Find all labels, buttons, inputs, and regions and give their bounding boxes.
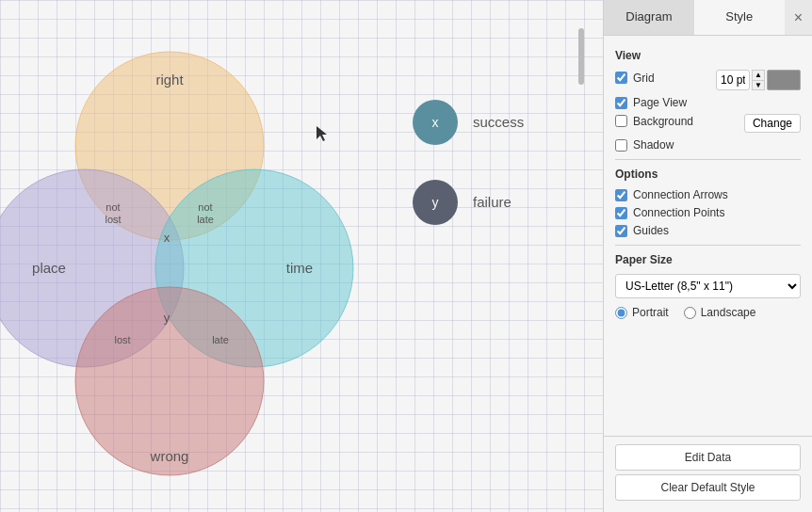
guides-label: Guides — [633, 224, 669, 237]
portrait-option[interactable]: Portrait — [615, 306, 669, 319]
grid-row: Grid ▲ ▼ — [615, 70, 801, 90]
tab-diagram[interactable]: Diagram — [604, 0, 694, 35]
label-right: right — [155, 72, 184, 88]
legend-y-label: failure — [473, 194, 512, 210]
grid-input-wrap: ▲ ▼ — [716, 70, 801, 90]
connection-points-checkbox[interactable] — [615, 207, 627, 219]
panel-scroll-area: View Grid ▲ ▼ Page Vi — [604, 36, 812, 436]
guides-row: Guides — [615, 224, 801, 237]
stepper-up[interactable]: ▲ — [752, 70, 765, 80]
label-not-late: not — [198, 201, 212, 213]
legend-x-symbol: x — [432, 115, 439, 130]
background-label: Background — [633, 115, 693, 128]
view-section-title: View — [615, 49, 801, 62]
landscape-label: Landscape — [701, 306, 756, 319]
divider-2 — [615, 245, 801, 246]
edit-data-button[interactable]: Edit Data — [615, 444, 801, 471]
shadow-label: Shadow — [633, 138, 674, 152]
grid-stepper: ▲ ▼ — [752, 70, 765, 90]
grid-value-input[interactable] — [716, 70, 750, 90]
grid-checkbox-wrap: Grid — [615, 72, 710, 85]
right-panel: Diagram Style × View Grid ▲ ▼ — [603, 0, 812, 512]
shadow-checkbox[interactable] — [615, 139, 627, 152]
legend-x-label: success — [473, 114, 524, 130]
shadow-row: Shadow — [615, 138, 801, 152]
label-x: x — [164, 231, 171, 245]
paper-size-select[interactable]: US-Letter (8,5" x 11") A4 (210 x 297 mm)… — [615, 274, 801, 298]
close-button[interactable]: × — [785, 0, 812, 35]
grid-label: Grid — [633, 72, 655, 85]
label-wrong: wrong — [150, 448, 189, 464]
background-checkbox-wrap: Background — [615, 115, 739, 128]
grid-color-box[interactable] — [767, 70, 801, 90]
paper-size-section-title: Paper Size — [615, 253, 801, 266]
connection-arrows-label: Connection Arrows — [633, 188, 728, 201]
grid-checkbox[interactable] — [615, 72, 627, 84]
label-late: late — [212, 334, 229, 345]
connection-points-row: Connection Points — [615, 206, 801, 219]
portrait-label: Portrait — [632, 306, 669, 319]
page-view-checkbox[interactable] — [615, 97, 627, 109]
landscape-radio[interactable] — [684, 307, 696, 319]
connection-points-label: Connection Points — [633, 206, 724, 219]
canvas-area[interactable]: right place time wrong not lost not late… — [0, 0, 603, 512]
bottom-buttons: Edit Data Clear Default Style — [604, 436, 812, 512]
clear-default-style-button[interactable]: Clear Default Style — [615, 474, 801, 501]
guides-checkbox[interactable] — [615, 225, 627, 237]
label-y: y — [164, 311, 171, 325]
label-not-lost: not — [106, 201, 120, 213]
tab-bar: Diagram Style × — [604, 0, 812, 36]
connection-arrows-checkbox[interactable] — [615, 189, 627, 201]
divider-1 — [615, 159, 801, 160]
background-change-button[interactable]: Change — [744, 114, 801, 133]
portrait-radio[interactable] — [615, 307, 627, 319]
svg-text:late: late — [197, 214, 214, 225]
stepper-down[interactable]: ▼ — [752, 80, 765, 90]
orientation-row: Portrait Landscape — [615, 306, 801, 319]
legend-y-symbol: y — [432, 195, 439, 210]
tab-style[interactable]: Style — [694, 0, 785, 35]
options-section-title: Options — [615, 168, 801, 181]
page-view-row: Page View — [615, 96, 801, 109]
page-view-label: Page View — [633, 96, 687, 109]
venn-diagram: right place time wrong not lost not late… — [0, 0, 584, 512]
label-place: place — [32, 260, 66, 276]
svg-text:lost: lost — [105, 214, 121, 225]
background-checkbox[interactable] — [615, 115, 627, 127]
label-time: time — [286, 260, 313, 276]
connection-arrows-row: Connection Arrows — [615, 188, 801, 201]
landscape-option[interactable]: Landscape — [684, 306, 756, 319]
panel-content: View Grid ▲ ▼ Page Vi — [604, 36, 812, 334]
label-lost: lost — [114, 334, 130, 345]
background-row: Background Change — [615, 114, 801, 133]
